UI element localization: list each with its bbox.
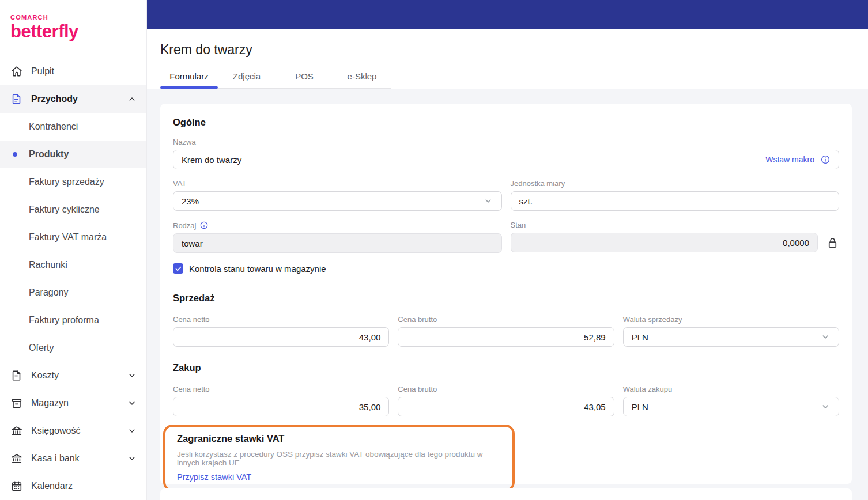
sidebar-item-label: Faktury sprzedaży [29,177,104,187]
archive-box-icon [10,397,23,410]
assign-vat-rates-link[interactable]: Przypisz stawki VAT [177,472,501,482]
sidebar-item-label: Księgowość [31,426,80,436]
tab-pos[interactable]: POS [276,66,333,88]
insert-macro-action: Wstaw makro [765,154,831,165]
name-input[interactable]: Krem do twarzy Wstaw makro [173,150,839,169]
sidebar-item-faktury-cykliczne[interactable]: Faktury cykliczne [0,196,146,224]
sale-gross-input[interactable]: 52,89 [398,327,614,347]
stock-input-value: 0,0000 [783,238,809,248]
section-heading-zagraniczne-stawki-vat: Zagraniczne stawki VAT [177,433,501,444]
sale-gross-value: 52,89 [584,332,606,342]
page-title: Krem do twarzy [147,29,868,58]
sidebar-item-ksiegowosc[interactable]: Księgowość [0,417,146,445]
lock-icon[interactable] [826,236,839,249]
insert-macro-link[interactable]: Wstaw makro [765,155,814,164]
type-field-label-text: Rodzaj [173,221,196,230]
chevron-down-icon [820,401,831,412]
sale-gross-label: Cena brutto [398,315,614,324]
bank-icon [10,425,23,437]
purchase-currency-value: PLN [632,402,648,412]
brand-betterfly: betterfly [10,21,146,42]
tab-formularz[interactable]: Formularz [160,66,218,88]
tab-zdjecia[interactable]: Zdjęcia [218,66,276,88]
sidebar-item-produkty[interactable]: Produkty [0,141,146,168]
chevron-up-icon[interactable] [127,94,137,104]
sidebar-item-przychody[interactable]: Przychody [0,85,146,113]
home-icon [10,65,23,78]
sidebar-item-koszty[interactable]: Koszty [0,362,146,389]
sidebar-item-paragony[interactable]: Paragony [0,279,146,306]
sidebar-item-magazyn[interactable]: Magazyn [0,389,146,417]
sale-currency-value: PLN [632,332,648,342]
content-area: Ogólne Nazwa Krem do twarzy Wstaw makro … [147,89,868,500]
type-field-label: Rodzaj [173,221,502,230]
sale-currency-select[interactable]: PLN [623,327,839,347]
chevron-down-icon[interactable] [127,426,137,436]
purchase-gross-input[interactable]: 43,05 [398,397,614,416]
info-icon[interactable] [820,154,831,165]
info-icon[interactable] [199,221,209,230]
calendar-icon [10,480,23,493]
sidebar-item-label: Pulpit [31,66,54,77]
sale-net-input[interactable]: 43,00 [173,327,389,347]
stock-control-checkbox-row[interactable]: Kontrola stanu towaru w magazynie [173,263,839,274]
sidebar-item-label: Produkty [29,149,69,160]
sidebar-item-label: Faktury VAT marża [29,232,107,243]
sidebar-item-kontrahenci[interactable]: Kontrahenci [0,113,146,141]
brand-logo: COMARCH betterfly [0,0,146,58]
section-heading-ogolne: Ogólne [173,117,839,128]
tab-e-sklep[interactable]: e-Sklep [333,66,391,88]
sidebar-item-label: Przychody [31,94,78,104]
unit-field-label: Jednostka miary [511,179,840,188]
sale-net-label: Cena netto [173,315,389,324]
top-navigation-bar [147,0,868,29]
tab-bar: Formularz Zdjęcia POS e-Sklep [160,66,391,89]
active-item-dot [13,152,17,157]
chevron-down-icon[interactable] [127,370,137,381]
sidebar-item-faktury-sprzedazy[interactable]: Faktury sprzedaży [0,168,146,196]
name-input-value: Krem do twarzy [182,155,241,165]
purchase-gross-value: 43,05 [584,402,606,412]
main-area: Krem do twarzy Formularz Zdjęcia POS e-S… [147,0,868,500]
name-field-label: Nazwa [173,138,839,146]
document-icon [10,369,23,382]
next-section-card [160,488,852,500]
purchase-gross-label: Cena brutto [398,385,614,393]
sale-currency-label: Waluta sprzedaży [623,315,839,324]
type-input-value: towar [182,238,203,248]
stock-field-label: Stan [511,221,840,229]
sidebar-item-oferty[interactable]: Oferty [0,334,146,362]
type-input: towar [173,233,502,253]
checkbox-checked-icon[interactable] [173,263,183,274]
sidebar-item-kalendarz[interactable]: Kalendarz [0,472,146,500]
sidebar-item-label: Kalendarz [31,481,73,491]
sidebar-item-label: Kontrahenci [29,122,78,132]
purchase-currency-label: Waluta zakupu [623,385,839,393]
chevron-down-icon [483,196,493,206]
stock-input: 0,0000 [511,233,818,252]
purchase-currency-select[interactable]: PLN [623,397,839,416]
sidebar-item-pulpit[interactable]: Pulpit [0,58,146,85]
sidebar: COMARCH betterfly Pulpit Przychody Kontr… [0,0,147,500]
sidebar-item-label: Magazyn [31,398,69,408]
sidebar-item-faktury-vat-marza[interactable]: Faktury VAT marża [0,224,146,251]
section-heading-sprzedaz: Sprzedaż [173,293,839,304]
sidebar-item-label: Kasa i bank [31,453,80,464]
bank-icon [10,452,23,465]
foreign-vat-section-highlight: Zagraniczne stawki VAT Jeśli korzystasz … [163,425,515,491]
sidebar-item-label: Koszty [31,370,59,381]
unit-input-value: szt. [519,196,533,206]
purchase-net-input[interactable]: 35,00 [173,397,389,416]
sidebar-item-faktury-proforma[interactable]: Faktury proforma [0,306,146,334]
sidebar-item-label: Oferty [29,343,54,353]
unit-input[interactable]: szt. [511,191,840,211]
vat-select[interactable]: 23% [173,191,502,211]
chevron-down-icon[interactable] [127,398,137,408]
sidebar-item-rachunki[interactable]: Rachunki [0,251,146,279]
sale-net-value: 43,00 [359,332,381,342]
sidebar-item-label: Paragony [29,287,69,298]
chevron-down-icon[interactable] [127,453,137,464]
purchase-net-label: Cena netto [173,385,389,393]
purchase-net-value: 35,00 [359,402,381,412]
sidebar-item-kasa-i-bank[interactable]: Kasa i bank [0,445,146,472]
